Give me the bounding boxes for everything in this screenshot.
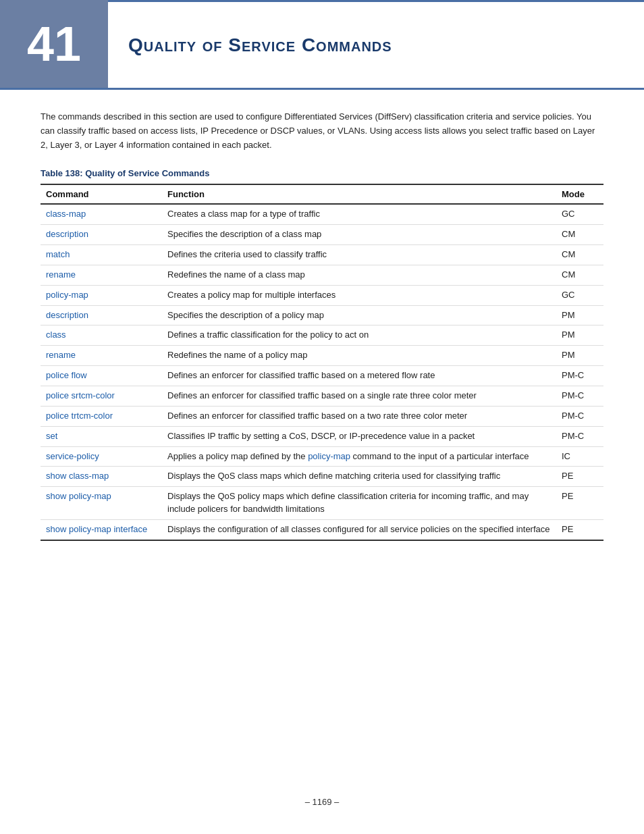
mode-cell: PM-C	[556, 426, 603, 446]
col-header-function: Function	[162, 184, 556, 204]
table-title: Table 138: Quality of Service Commands	[41, 168, 603, 178]
function-cell: Defines an enforcer for classified traff…	[162, 366, 556, 386]
mode-cell: PM-C	[556, 366, 603, 386]
mode-cell: PM	[556, 346, 603, 366]
chapter-title: Quality of Service Commands	[128, 34, 392, 56]
table-header-row: Command Function Mode	[41, 184, 603, 204]
function-cell: Displays the QoS class maps which define…	[162, 467, 556, 487]
function-cell: Classifies IP traffic by setting a CoS, …	[162, 426, 556, 446]
mode-cell: PE	[556, 487, 603, 520]
table-row: show class-mapDisplays the QoS class map…	[41, 467, 603, 487]
table-row: descriptionSpecifies the description of …	[41, 225, 603, 245]
function-cell: Defines a traffic classification for the…	[162, 325, 556, 346]
command-link[interactable]: class	[46, 330, 66, 340]
mode-cell: IC	[556, 446, 603, 467]
mode-cell: CM	[556, 225, 603, 245]
col-header-command: Command	[41, 184, 162, 204]
mode-cell: PE	[556, 519, 603, 540]
command-link[interactable]: class-map	[46, 209, 86, 219]
table-row: police flowDefines an enforcer for class…	[41, 366, 603, 386]
table-row: police srtcm-colorDefines an enforcer fo…	[41, 386, 603, 406]
mode-cell: PE	[556, 467, 603, 487]
table-row: show policy-map interfaceDisplays the co…	[41, 519, 603, 540]
mode-cell: GC	[556, 204, 603, 224]
table-row: renameRedefines the name of a policy map…	[41, 346, 603, 366]
command-link[interactable]: show class-map	[46, 471, 109, 481]
table-row: renameRedefines the name of a class mapC…	[41, 265, 603, 285]
command-link[interactable]: show policy-map interface	[46, 524, 147, 534]
main-content: The commands described in this section a…	[0, 90, 644, 595]
command-link[interactable]: match	[46, 249, 70, 259]
function-cell: Specifies the description of a class map	[162, 225, 556, 245]
chapter-title-box: Quality of Service Commands	[108, 0, 644, 88]
mode-cell: PM	[556, 305, 603, 325]
function-cell: Creates a class map for a type of traffi…	[162, 204, 556, 224]
table-row: setClassifies IP traffic by setting a Co…	[41, 426, 603, 446]
command-link[interactable]: description	[46, 229, 88, 239]
page-footer: – 1169 –	[0, 783, 644, 820]
function-cell: Defines the criteria used to classify tr…	[162, 245, 556, 265]
function-cell: Defines an enforcer for classified traff…	[162, 406, 556, 426]
function-cell: Applies a policy map defined by the poli…	[162, 446, 556, 467]
command-link[interactable]: rename	[46, 350, 76, 360]
function-cell: Displays the configuration of all classe…	[162, 519, 556, 540]
mode-cell: PM-C	[556, 406, 603, 426]
table-row: service-policyApplies a policy map defin…	[41, 446, 603, 467]
commands-table: Command Function Mode class-mapCreates a…	[41, 184, 603, 540]
intro-paragraph: The commands described in this section a…	[41, 110, 603, 152]
table-row: matchDefines the criteria used to classi…	[41, 245, 603, 265]
mode-cell: PM	[556, 325, 603, 346]
table-row: police trtcm-colorDefines an enforcer fo…	[41, 406, 603, 426]
chapter-number: 41	[0, 0, 108, 88]
command-link[interactable]: set	[46, 431, 57, 441]
command-link[interactable]: description	[46, 310, 88, 320]
table-row: classDefines a traffic classification fo…	[41, 325, 603, 346]
command-link[interactable]: police srtcm-color	[46, 390, 115, 400]
inner-command-link[interactable]: policy-map	[308, 451, 350, 461]
table-row: show policy-mapDisplays the QoS policy m…	[41, 487, 603, 520]
function-cell: Redefines the name of a policy map	[162, 346, 556, 366]
page-header: 41 Quality of Service Commands	[0, 0, 644, 90]
command-link[interactable]: policy-map	[46, 290, 88, 300]
mode-cell: GC	[556, 285, 603, 305]
function-cell: Creates a policy map for multiple interf…	[162, 285, 556, 305]
table-row: policy-mapCreates a policy map for multi…	[41, 285, 603, 305]
mode-cell: CM	[556, 265, 603, 285]
mode-cell: PM-C	[556, 386, 603, 406]
command-link[interactable]: show policy-map	[46, 491, 111, 501]
page-number: – 1169 –	[305, 797, 340, 807]
table-row: descriptionSpecifies the description of …	[41, 305, 603, 325]
command-link[interactable]: rename	[46, 269, 76, 280]
function-cell: Displays the QoS policy maps which defin…	[162, 487, 556, 520]
mode-cell: CM	[556, 245, 603, 265]
command-link[interactable]: police trtcm-color	[46, 411, 113, 421]
col-header-mode: Mode	[556, 184, 603, 204]
function-cell: Redefines the name of a class map	[162, 265, 556, 285]
command-link[interactable]: service-policy	[46, 451, 99, 461]
function-cell: Defines an enforcer for classified traff…	[162, 386, 556, 406]
table-row: class-mapCreates a class map for a type …	[41, 204, 603, 224]
function-cell: Specifies the description of a policy ma…	[162, 305, 556, 325]
command-link[interactable]: police flow	[46, 370, 87, 380]
